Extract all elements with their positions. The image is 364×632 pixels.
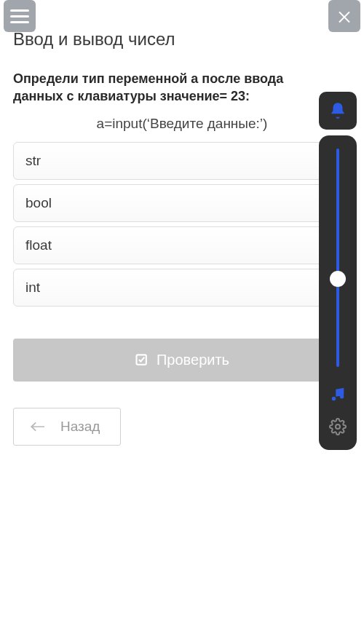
hamburger-icon	[10, 9, 29, 12]
hamburger-menu-button[interactable]	[4, 0, 36, 32]
option-float[interactable]: float	[13, 226, 351, 264]
question-code: a=input(‘Введите данные:’)	[13, 116, 351, 132]
option-int[interactable]: int	[13, 269, 351, 307]
settings-button[interactable]	[323, 412, 352, 441]
gear-icon	[329, 418, 347, 435]
music-icon	[330, 387, 346, 403]
slider-thumb[interactable]	[330, 271, 346, 287]
close-icon	[336, 7, 353, 25]
music-button[interactable]	[323, 380, 352, 409]
notifications-button[interactable]	[319, 92, 357, 130]
close-button[interactable]	[328, 0, 360, 32]
option-bool[interactable]: bool	[13, 184, 351, 222]
option-str[interactable]: str	[13, 142, 351, 180]
volume-slider[interactable]	[336, 149, 339, 367]
back-button[interactable]: Назад	[13, 408, 121, 446]
checkbox-icon	[135, 352, 149, 367]
check-button-label: Проверить	[157, 352, 229, 368]
svg-point-1	[336, 424, 340, 429]
page-title: Ввод и вывод чисел	[13, 29, 351, 50]
question-prompt: Определи тип переменной а после ввода да…	[13, 70, 351, 106]
options-list: str bool float int	[13, 142, 351, 307]
back-button-label: Назад	[60, 419, 100, 435]
check-button[interactable]: Проверить	[13, 339, 351, 382]
bell-icon	[328, 101, 347, 120]
arrow-left-icon	[30, 421, 44, 432]
side-control-panel	[319, 135, 357, 450]
